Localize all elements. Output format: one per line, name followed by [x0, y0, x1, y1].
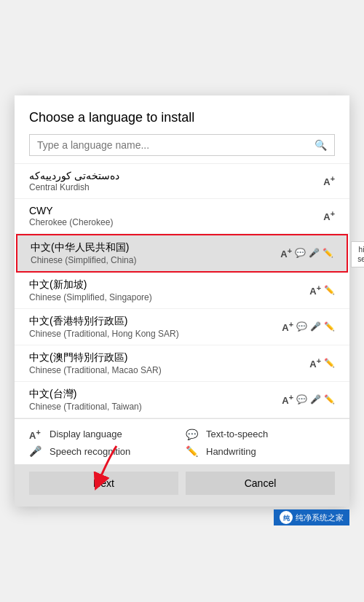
- dialog-title: Choose a language to install: [15, 95, 349, 134]
- mic-icon: 🎤: [310, 394, 321, 404]
- lang-text: 中文(香港特別行政區) Chinese (Traditional, Hong K…: [29, 315, 282, 339]
- cancel-button[interactable]: Cancel: [186, 472, 335, 495]
- annotation-arrow: [58, 442, 146, 493]
- handwriting-icon: ✏️: [324, 358, 335, 368]
- lang-subname: Chinese (Traditional, Hong Kong SAR): [29, 329, 282, 339]
- lang-name: 中文(台灣): [29, 388, 282, 401]
- legend-display-label: Display language: [50, 429, 122, 439]
- handwriting-icon: ✏️: [324, 321, 335, 332]
- list-item[interactable]: CWY Cherokee (Cherokee) A+: [15, 199, 349, 234]
- list-item-selected[interactable]: 中文(中华人民共和国) Chinese (Simplified, China) …: [16, 234, 348, 273]
- handwriting-icon: ✏️: [324, 394, 335, 404]
- language-list: دەستخەتی کوردییەکه Central Kurdish A+ CW…: [15, 163, 349, 418]
- sidebar-hint-line1: his: [353, 245, 364, 254]
- lang-subname: Chinese (Simplified, China): [31, 255, 280, 265]
- lang-subname: Central Kurdish: [29, 182, 323, 192]
- lang-icons: A+: [323, 209, 335, 222]
- lang-name: 中文(中华人民共和国): [31, 241, 280, 254]
- display-icon: A+: [280, 246, 292, 259]
- display-icon: A+: [323, 174, 335, 187]
- search-input[interactable]: [37, 139, 314, 151]
- lang-subname: Chinese (Traditional, Taiwan): [29, 402, 282, 412]
- legend-display: A+ Display language: [29, 428, 178, 441]
- mic-icon: 🎤: [310, 321, 321, 332]
- legend-display-icon: A+: [29, 428, 44, 441]
- language-install-dialog: Choose a language to install 🔍 دەستخەتی …: [15, 95, 349, 507]
- display-icon: A+: [282, 320, 293, 333]
- display-icon: A+: [323, 209, 335, 222]
- list-item[interactable]: 中文(新加坡) Chinese (Simplified, Singapore) …: [15, 273, 349, 309]
- legend-tts-label: Text-to-speech: [206, 429, 268, 439]
- speech-icon: 💬: [296, 394, 307, 404]
- list-item[interactable]: 中文(台灣) Chinese (Traditional, Taiwan) A+ …: [15, 382, 349, 418]
- lang-icons: A+ 💬 🎤 ✏️: [280, 246, 333, 259]
- display-icon: A+: [309, 284, 321, 297]
- lang-subname: Chinese (Simplified, Singapore): [29, 292, 309, 302]
- search-icon: 🔍: [314, 139, 327, 151]
- lang-name: 中文(新加坡): [29, 278, 309, 292]
- lang-icons: A+ ✏️: [309, 284, 335, 297]
- speech-icon: 💬: [296, 321, 307, 332]
- mic-icon: 🎤: [309, 248, 320, 258]
- watermark-text: 纯净系统之家: [296, 512, 344, 523]
- lang-text: 中文(台灣) Chinese (Traditional, Taiwan): [29, 388, 282, 412]
- lang-icons: A+ ✏️: [309, 356, 335, 370]
- legend-handwriting-label: Handwriting: [206, 446, 256, 457]
- lang-name: CWY: [29, 205, 323, 216]
- display-icon: A+: [309, 356, 321, 370]
- watermark: 纯 纯净系统之家: [274, 509, 349, 525]
- lang-text: 中文(新加坡) Chinese (Simplified, Singapore): [29, 278, 309, 302]
- legend-tts-icon: 💬: [186, 429, 200, 440]
- sidebar-hint: his ses: [351, 241, 364, 267]
- list-item[interactable]: 中文(香港特別行政區) Chinese (Traditional, Hong K…: [15, 309, 349, 345]
- handwriting-icon: ✏️: [323, 248, 333, 258]
- lang-subname: Chinese (Traditional, Macao SAR): [29, 365, 309, 375]
- lang-text: 中文(中华人民共和国) Chinese (Simplified, China): [31, 241, 280, 265]
- lang-icons: A+ 💬 🎤 ✏️: [282, 320, 335, 333]
- lang-name: 中文(香港特別行政區): [29, 315, 282, 328]
- legend-speech-icon: 🎤: [29, 445, 44, 457]
- legend-tts: 💬 Text-to-speech: [186, 428, 335, 441]
- list-item[interactable]: 中文(澳門特別行政區) Chinese (Traditional, Macao …: [15, 345, 349, 382]
- lang-text: 中文(澳門特別行政區) Chinese (Traditional, Macao …: [29, 351, 309, 375]
- handwriting-icon: ✏️: [324, 285, 335, 295]
- search-bar[interactable]: 🔍: [29, 134, 335, 156]
- list-item[interactable]: دەستخەتی کوردییەکه Central Kurdish A+: [15, 164, 349, 199]
- watermark-logo: 纯: [280, 511, 293, 524]
- lang-subname: Cherokee (Cherokee): [29, 217, 323, 227]
- legend-handwriting-icon: ✏️: [186, 445, 200, 457]
- lang-icons: A+: [323, 174, 335, 187]
- display-icon: A+: [282, 393, 293, 406]
- legend-handwriting: ✏️ Handwriting: [186, 445, 335, 457]
- speech-icon: 💬: [295, 248, 306, 258]
- lang-text: CWY Cherokee (Cherokee): [29, 205, 323, 227]
- sidebar-hint-line2: ses: [353, 254, 364, 264]
- svg-text:纯: 纯: [282, 515, 290, 522]
- lang-icons: A+ 💬 🎤 ✏️: [282, 393, 335, 406]
- lang-name: 中文(澳門特別行政區): [29, 351, 309, 364]
- lang-text: دەستخەتی کوردییەکه Central Kurdish: [29, 170, 323, 192]
- lang-name: دەستخەتی کوردییەکه: [29, 170, 323, 181]
